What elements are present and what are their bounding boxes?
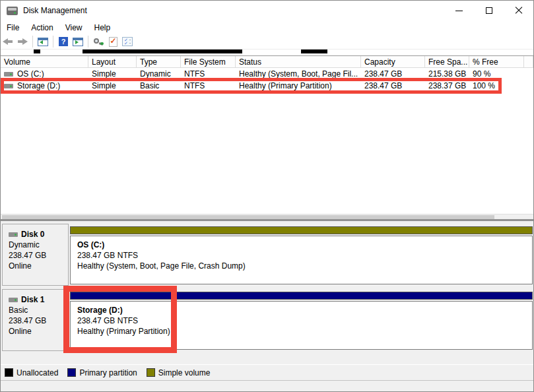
column-header-pctfree[interactable]: % Free xyxy=(469,56,524,68)
disk-kind: Basic xyxy=(9,305,68,315)
minimize-icon xyxy=(455,11,463,11)
redaction-bar xyxy=(34,49,40,53)
column-header-capacity[interactable]: Capacity xyxy=(361,56,425,68)
disk-icon xyxy=(9,298,18,302)
column-header-filler xyxy=(524,56,533,68)
legend-label: Simple volume xyxy=(158,368,211,377)
disk0-volume-block[interactable]: OS (C:) 238.47 GB NTFS Healthy (System, … xyxy=(70,224,533,286)
column-header-freespace[interactable]: Free Spa... xyxy=(425,56,469,68)
volume-list-header: Volume Layout Type File System Status Ca… xyxy=(1,56,533,68)
minimize-button[interactable] xyxy=(444,1,474,20)
check-document-icon: ✓ xyxy=(109,37,117,47)
magnifier-icon xyxy=(93,37,104,46)
disk0-label-panel[interactable]: Disk 0 Dynamic 238.47 GB Online xyxy=(2,224,69,286)
menu-file[interactable]: File xyxy=(1,22,25,34)
legend-item-primary-partition: Primary partition xyxy=(67,368,137,377)
disk0-volume-content[interactable]: OS (C:) 238.47 GB NTFS Healthy (System, … xyxy=(70,236,533,284)
legend-label: Primary partition xyxy=(79,368,137,377)
legend-item-simple-volume: Simple volume xyxy=(147,368,211,377)
column-header-status[interactable]: Status xyxy=(236,56,361,68)
redaction-bar xyxy=(301,49,327,53)
menu-view[interactable]: View xyxy=(59,22,88,34)
title-bar: Disk Management xyxy=(1,1,533,20)
maximize-button[interactable] xyxy=(474,1,504,20)
highlight-rect-storage-block xyxy=(63,286,177,353)
show-window-icon xyxy=(73,38,83,46)
legend-label: Unallocated xyxy=(17,368,58,377)
menu-help[interactable]: Help xyxy=(88,22,117,34)
disk-name: Disk 1 xyxy=(21,294,44,305)
show-window-button[interactable] xyxy=(71,35,85,48)
disk0-volume-colorbar xyxy=(70,226,533,234)
legend-bar: Unallocated Primary partition Simple vol… xyxy=(1,364,533,380)
disk-state: Online xyxy=(9,261,68,271)
disk-kind: Dynamic xyxy=(9,240,68,250)
menu-action[interactable]: Action xyxy=(25,22,59,34)
legend-swatch-primary-partition xyxy=(67,368,76,377)
column-header-volume[interactable]: Volume xyxy=(1,56,88,68)
column-header-layout[interactable]: Layout xyxy=(88,56,137,68)
horizontal-scrollbar[interactable] xyxy=(1,214,533,219)
console-tree-button[interactable] xyxy=(36,35,50,48)
help-icon: ? xyxy=(59,37,68,46)
toolbar-separator xyxy=(88,36,88,48)
redaction-bar xyxy=(83,49,242,53)
legend-swatch-simple-volume xyxy=(147,368,155,377)
legend-swatch-unallocated xyxy=(5,368,13,377)
toolbar-separator xyxy=(32,36,33,48)
volume-title: OS (C:) xyxy=(77,240,532,250)
disk-name: Disk 0 xyxy=(21,229,44,240)
help-button[interactable]: ? xyxy=(56,35,71,48)
highlight-rect-storage-row xyxy=(1,78,502,94)
toolbar: ? ✓ ✓ ✓ xyxy=(1,34,533,49)
disk-state: Online xyxy=(9,326,68,337)
disk-size: 238.47 GB xyxy=(9,250,68,261)
toolbar-separator xyxy=(53,36,53,48)
column-header-filesystem[interactable]: File System xyxy=(181,56,236,68)
back-button[interactable] xyxy=(1,35,15,48)
disk-row-0: Disk 0 Dynamic 238.47 GB Online OS (C:) … xyxy=(2,224,533,286)
column-header-type[interactable]: Type xyxy=(137,56,181,68)
checklist-icon: ✓ ✓ xyxy=(122,37,133,46)
close-button[interactable] xyxy=(504,1,533,20)
disk-icon xyxy=(9,232,18,237)
status-bar xyxy=(1,380,533,392)
volume-status-line: Healthy (System, Boot, Page File, Crash … xyxy=(77,261,532,271)
close-icon xyxy=(515,7,523,15)
check-disk-button[interactable]: ✓ xyxy=(106,35,120,48)
window-title: Disk Management xyxy=(23,6,87,15)
refresh-view-button[interactable] xyxy=(91,35,106,48)
legend-item-unallocated: Unallocated xyxy=(5,368,58,377)
disk-size: 238.47 GB xyxy=(9,315,68,326)
forward-button[interactable] xyxy=(15,35,30,48)
console-tree-icon xyxy=(38,38,48,46)
disk1-label-panel[interactable]: Disk 1 Basic 238.47 GB Online xyxy=(2,289,69,351)
volume-size-line: 238.47 GB NTFS xyxy=(77,250,532,261)
volume-name: OS (C:) xyxy=(17,69,44,79)
properties-button[interactable]: ✓ ✓ xyxy=(120,35,135,48)
app-icon xyxy=(7,7,18,15)
forward-icon xyxy=(17,38,28,45)
back-icon xyxy=(3,38,13,45)
volume-icon xyxy=(4,72,13,77)
maximize-icon xyxy=(486,7,492,14)
disk-management-window: Disk Management File Action View Help ? xyxy=(0,0,534,392)
menu-bar: File Action View Help xyxy=(1,20,533,34)
